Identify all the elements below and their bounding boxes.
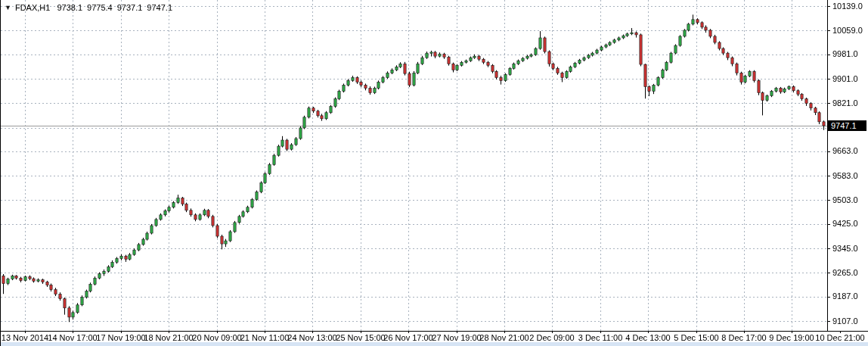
time-axis-label: 21 Nov 11:00 (240, 333, 290, 342)
price-axis-label: 9821.0 (832, 98, 858, 108)
price-axis-label: 9107.0 (832, 316, 858, 326)
ohlc-low-value: 9737.1 (117, 3, 143, 12)
window-edge-strip (1, 342, 868, 346)
time-axis-label: 3 Dec 11:00 (578, 333, 623, 342)
candlestick-chart-canvas[interactable] (1, 0, 868, 346)
time-axis-label: 10 Dec 21:00 (815, 333, 864, 342)
price-axis-label: 9503.0 (832, 195, 858, 205)
price-axis-label: 9345.0 (832, 244, 858, 254)
time-axis-label: 13 Nov 2014 (2, 333, 48, 342)
price-axis-label: 9583.0 (832, 171, 858, 181)
time-axis-label: 17 Nov 19:00 (96, 333, 145, 342)
one-click-trading-marker-icon[interactable]: ▼ (5, 4, 11, 11)
price-axis-label: 9981.0 (832, 49, 858, 59)
time-axis-label: 28 Nov 21:00 (479, 333, 529, 342)
price-axis-label: 10139.0 (832, 2, 863, 11)
ohlc-open-value: 9738.1 (57, 3, 82, 12)
ohlc-high-value: 9775.4 (87, 3, 113, 12)
time-axis-label: 18 Nov 21:00 (144, 333, 193, 342)
time-axis-label: 8 Dec 17:00 (721, 333, 766, 342)
ohlc-close-value: 9747.1 (147, 3, 172, 12)
time-axis-label: 2 Dec 09:00 (529, 333, 574, 342)
time-axis-label: 25 Nov 15:00 (336, 333, 385, 342)
time-axis-label: 4 Dec 13:00 (625, 333, 670, 342)
chart-header: ▼ FDAX,H1 9738.1 9775.4 9737.1 9747.1 (5, 2, 177, 13)
price-axis-label: 9425.0 (832, 219, 858, 229)
terminal-chart-window: ▼ FDAX,H1 9738.1 9775.4 9737.1 9747.1 10… (0, 0, 868, 346)
price-axis-label: 9901.0 (832, 74, 858, 84)
price-axis-label: 10059.0 (832, 26, 863, 36)
price-axis-label: 9265.0 (832, 268, 858, 278)
price-axis-label: 9187.0 (832, 291, 858, 301)
symbol-timeframe-label: FDAX,H1 (15, 3, 50, 12)
time-axis-label: 26 Nov 17:00 (383, 333, 432, 342)
time-axis-label: 27 Nov 19:00 (432, 333, 481, 342)
time-axis-label: 20 Nov 09:00 (192, 333, 241, 342)
time-axis-label: 9 Dec 19:00 (769, 333, 814, 342)
time-axis-label: 5 Dec 15:00 (674, 333, 718, 342)
time-axis-label: 14 Nov 17:00 (48, 333, 97, 342)
time-axis-label: 24 Nov 13:00 (287, 333, 336, 342)
bid-price-label: 9747.1 (828, 120, 866, 131)
price-axis-label: 9663.0 (832, 146, 858, 156)
